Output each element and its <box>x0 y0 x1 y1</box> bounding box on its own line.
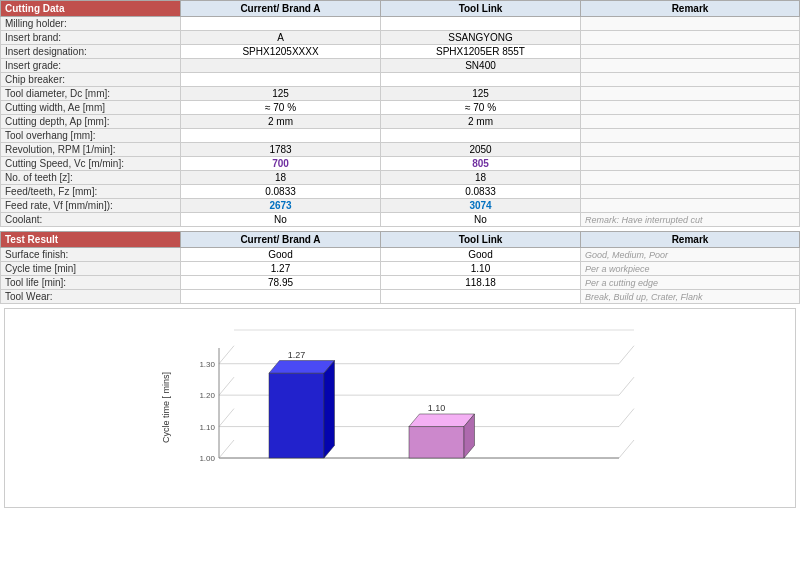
svg-line-5 <box>219 409 234 427</box>
chart-container: Cycle time [ mins] 1.001.101.201.301.271… <box>4 308 796 508</box>
cutting-current-6: ≈ 70 % <box>181 101 381 115</box>
cutting-current-13: 2673 <box>181 199 381 213</box>
svg-text:1.00: 1.00 <box>199 454 215 463</box>
cutting-tool-3: SN400 <box>381 59 581 73</box>
cutting-remark-10 <box>581 157 800 171</box>
svg-text:1.27: 1.27 <box>288 350 306 360</box>
cutting-current-0 <box>181 17 381 31</box>
test-remark-0: Good, Medium, Poor <box>581 248 800 262</box>
cutting-label-9: Revolution, RPM [1/min]: <box>1 143 181 157</box>
chart-area: 1.001.101.201.301.271.10 <box>179 328 639 488</box>
test-label-0: Surface finish: <box>1 248 181 262</box>
svg-line-10 <box>619 377 634 395</box>
cutting-remark-9 <box>581 143 800 157</box>
cutting-label-3: Insert grade: <box>1 59 181 73</box>
cutting-current-2: SPHX1205XXXX <box>181 45 381 59</box>
cutting-current-3 <box>181 59 381 73</box>
cutting-tool-13: 3074 <box>381 199 581 213</box>
cutting-current-9: 1783 <box>181 143 381 157</box>
test-tool-3 <box>381 290 581 304</box>
cutting-remark-14: Remark: Have interrupted cut <box>581 213 800 227</box>
cutting-remark-1 <box>581 31 800 45</box>
cutting-remark-12 <box>581 185 800 199</box>
cutting-label-0: Milling holder: <box>1 17 181 31</box>
svg-line-13 <box>219 346 234 364</box>
cutting-label-7: Cutting depth, Ap [mm]: <box>1 115 181 129</box>
svg-rect-23 <box>409 427 464 458</box>
cutting-data-table: Cutting Data Current/ Brand A Tool Link … <box>0 0 800 227</box>
svg-marker-20 <box>269 361 335 374</box>
cutting-label-4: Chip breaker: <box>1 73 181 87</box>
cutting-tool-5: 125 <box>381 87 581 101</box>
cutting-tool-0 <box>381 17 581 31</box>
cutting-remark-3 <box>581 59 800 73</box>
cutting-tool-8 <box>381 129 581 143</box>
cutting-tool-14: No <box>381 213 581 227</box>
cutting-tool-11: 18 <box>381 171 581 185</box>
main-container: Cutting Data Current/ Brand A Tool Link … <box>0 0 800 508</box>
cutting-remark-11 <box>581 171 800 185</box>
test-col-current-header: Current/ Brand A <box>181 232 381 248</box>
cutting-tool-7: 2 mm <box>381 115 581 129</box>
cutting-label-6: Cutting width, Ae [mm] <box>1 101 181 115</box>
svg-marker-21 <box>324 361 335 458</box>
svg-text:1.10: 1.10 <box>199 423 215 432</box>
cutting-current-11: 18 <box>181 171 381 185</box>
test-col-tool-link-header: Tool Link <box>381 232 581 248</box>
test-current-1: 1.27 <box>181 262 381 276</box>
svg-line-14 <box>619 346 634 364</box>
test-remark-2: Per a cutting edge <box>581 276 800 290</box>
cutting-tool-4 <box>381 73 581 87</box>
cutting-current-8 <box>181 129 381 143</box>
col-remark-header: Remark <box>581 1 800 17</box>
svg-text:1.30: 1.30 <box>199 360 215 369</box>
cutting-remark-13 <box>581 199 800 213</box>
test-tool-2: 118.18 <box>381 276 581 290</box>
cutting-label-12: Feed/teeth, Fz [mm]: <box>1 185 181 199</box>
y-axis-label: Cycle time [ mins] <box>161 372 171 443</box>
test-tool-0: Good <box>381 248 581 262</box>
test-remark-3: Break, Build up, Crater, Flank <box>581 290 800 304</box>
cutting-tool-1: SSANGYONG <box>381 31 581 45</box>
test-current-2: 78.95 <box>181 276 381 290</box>
cutting-label-8: Tool overhang [mm]: <box>1 129 181 143</box>
cutting-current-10: 700 <box>181 157 381 171</box>
cutting-label-11: No. of teeth [z]: <box>1 171 181 185</box>
cutting-data-header: Cutting Data <box>1 1 181 17</box>
cutting-current-4 <box>181 73 381 87</box>
cutting-remark-4 <box>581 73 800 87</box>
svg-text:1.20: 1.20 <box>199 391 215 400</box>
svg-line-1 <box>219 440 234 458</box>
svg-rect-19 <box>269 373 324 458</box>
test-result-table: Test Result Current/ Brand A Tool Link R… <box>0 231 800 304</box>
cutting-remark-2 <box>581 45 800 59</box>
svg-line-9 <box>219 377 234 395</box>
cutting-current-5: 125 <box>181 87 381 101</box>
cutting-label-10: Cutting Speed, Vc [m/min]: <box>1 157 181 171</box>
cutting-tool-9: 2050 <box>381 143 581 157</box>
cutting-label-2: Insert designation: <box>1 45 181 59</box>
chart-svg: 1.001.101.201.301.271.10 <box>179 328 639 488</box>
cutting-label-13: Feed rate, Vf [mm/min]): <box>1 199 181 213</box>
test-remark-1: Per a workpiece <box>581 262 800 276</box>
cutting-label-14: Coolant: <box>1 213 181 227</box>
cutting-tool-6: ≈ 70 % <box>381 101 581 115</box>
cutting-label-1: Insert brand: <box>1 31 181 45</box>
test-result-header: Test Result <box>1 232 181 248</box>
cutting-remark-6 <box>581 101 800 115</box>
cutting-current-14: No <box>181 213 381 227</box>
test-current-3 <box>181 290 381 304</box>
svg-text:1.10: 1.10 <box>428 403 446 413</box>
cutting-current-12: 0.0833 <box>181 185 381 199</box>
cutting-tool-2: SPHX1205ER 855T <box>381 45 581 59</box>
svg-marker-24 <box>409 414 475 427</box>
cutting-remark-5 <box>581 87 800 101</box>
test-label-2: Tool life [min]: <box>1 276 181 290</box>
svg-line-2 <box>619 440 634 458</box>
cutting-remark-7 <box>581 115 800 129</box>
test-label-1: Cycle time [min] <box>1 262 181 276</box>
col-current-header: Current/ Brand A <box>181 1 381 17</box>
cutting-remark-0 <box>581 17 800 31</box>
col-tool-link-header: Tool Link <box>381 1 581 17</box>
cutting-current-7: 2 mm <box>181 115 381 129</box>
